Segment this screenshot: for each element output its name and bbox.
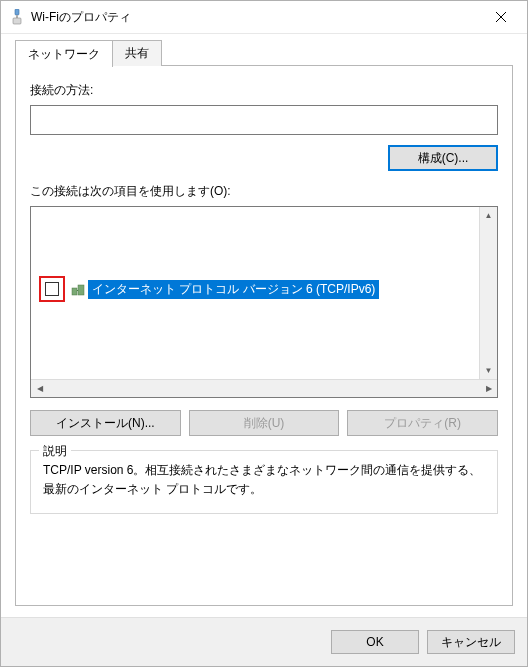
description-title: 説明 [39,443,71,460]
client-area: ネットワーク 共有 接続の方法: 構成(C)... この接続は次の項目を使用しま… [1,34,527,617]
svg-rect-5 [72,288,77,295]
cancel-button[interactable]: キャンセル [427,630,515,654]
uninstall-button: 削除(U) [189,410,340,436]
component-buttons-row: インストール(N)... 削除(U) プロパティ(R) [30,410,498,436]
connect-using-label: 接続の方法: [30,82,498,99]
vertical-scrollbar[interactable]: ▲ ▼ [479,207,497,379]
protocol-icon [71,282,85,296]
svg-line-7 [77,290,78,291]
list-item-label: インターネット プロトコル バージョン 6 (TCP/IPv6) [88,280,379,299]
scroll-track[interactable] [48,380,480,397]
close-button[interactable] [479,2,523,32]
scroll-right-icon[interactable]: ▶ [480,380,497,397]
adapter-name-field[interactable] [30,105,498,135]
properties-button: プロパティ(R) [347,410,498,436]
ok-button[interactable]: OK [331,630,419,654]
svg-rect-6 [78,285,84,295]
configure-button[interactable]: 構成(C)... [388,145,498,171]
dialog-footer: OK キャンセル [1,617,527,666]
horizontal-scrollbar[interactable]: ◀ ▶ [31,379,497,397]
properties-dialog: Wi-Fiのプロパティ ネットワーク 共有 接続の方法: 構成(C)... この… [0,0,528,667]
scroll-left-icon[interactable]: ◀ [31,380,48,397]
svg-rect-2 [13,18,21,24]
install-button[interactable]: インストール(N)... [30,410,181,436]
items-used-label: この接続は次の項目を使用します(O): [30,183,498,200]
svg-rect-0 [15,9,19,15]
tab-network[interactable]: ネットワーク [15,40,113,67]
window-title: Wi-Fiのプロパティ [31,9,479,26]
tab-panel-network: 接続の方法: 構成(C)... この接続は次の項目を使用します(O): [15,65,513,606]
description-group: 説明 TCP/IP version 6。相互接続されたさまざまなネットワーク間の… [30,450,498,514]
titlebar: Wi-Fiのプロパティ [1,1,527,34]
svg-rect-1 [16,15,18,18]
checkbox-highlight [39,276,65,302]
list-item[interactable]: インターネット プロトコル バージョン 6 (TCP/IPv6) [39,279,379,299]
tabstrip: ネットワーク 共有 [15,42,513,66]
adapter-icon [9,9,25,25]
item-checkbox[interactable] [45,282,59,296]
scroll-down-icon[interactable]: ▼ [480,362,497,379]
components-listbox[interactable]: インターネット プロトコル バージョン 6 (TCP/IPv6) ▲ ▼ ◀ ▶ [30,206,498,398]
tab-sharing[interactable]: 共有 [113,40,162,66]
scroll-up-icon[interactable]: ▲ [480,207,497,224]
description-text: TCP/IP version 6。相互接続されたさまざまなネットワーク間の通信を… [43,461,485,499]
